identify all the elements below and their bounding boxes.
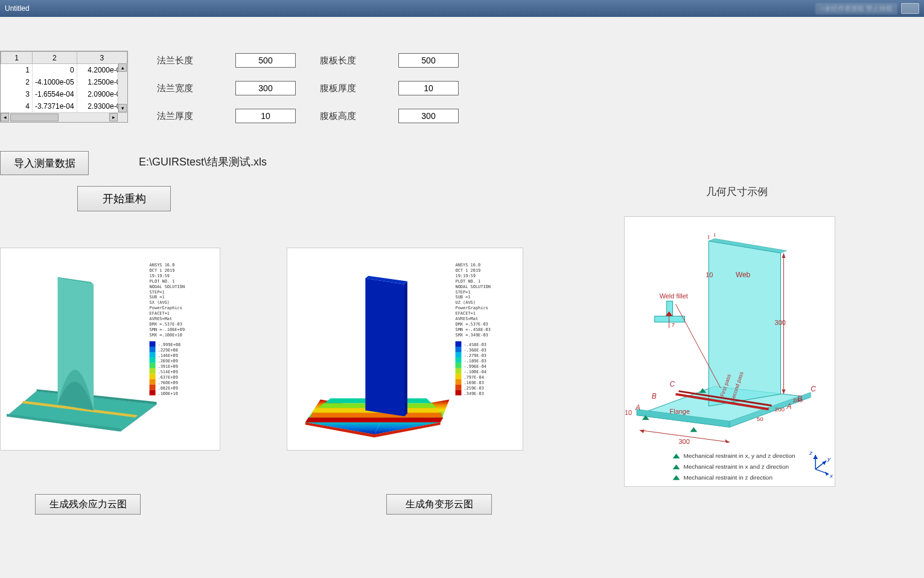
geometry-example-diagram: 7 Weld fillet 10 Web 300 10 Flange 300 [624,216,835,487]
web-thickness-label: 腹板厚度 [320,83,398,94]
svg-rect-38 [150,390,156,396]
svg-marker-42 [305,417,444,422]
titlebar: Untitled ○未经作者授权 禁止转载 [0,0,924,17]
svg-rect-77 [456,374,462,379]
start-reconstruction-button[interactable]: 开始重构 [77,186,171,211]
svg-marker-140 [813,455,818,459]
svg-marker-134 [825,472,829,476]
flange-width-input[interactable] [235,81,296,95]
svg-text:PowerGraphics: PowerGraphics [456,306,488,310]
svg-rect-81 [456,385,462,390]
svg-rect-69 [456,352,462,358]
svg-text:SMN =-.458E-03: SMN =-.458E-03 [456,327,491,332]
flange-thickness-label: 法兰厚度 [157,111,235,122]
table-header-3: 3 [77,52,127,64]
web-length-label: 腹板长度 [320,55,398,66]
scroll-down-icon[interactable]: ▾ [118,104,127,112]
svg-rect-22 [150,347,156,352]
svg-marker-131 [673,475,680,480]
svg-text:Web: Web [736,271,751,279]
svg-rect-75 [456,368,462,374]
svg-text:PowerGraphics: PowerGraphics [150,306,182,310]
flange-width-label: 法兰宽度 [157,83,235,94]
svg-text:-.189E-03: -.189E-03 [464,359,486,364]
svg-text:.514E+09: .514E+09 [158,370,178,374]
svg-text:.349E-03: .349E-03 [464,391,483,396]
svg-text:SMX =.100E+10: SMX =.100E+10 [150,333,182,338]
svg-marker-129 [673,464,680,469]
svg-rect-92 [655,316,685,322]
svg-text:AVRES=Mat: AVRES=Mat [150,316,173,321]
scroll-thumb[interactable] [10,114,59,121]
svg-text:Weld fillet: Weld fillet [660,292,688,300]
svg-rect-20 [150,341,156,347]
svg-text:C: C [811,385,816,393]
stress-contour-plot: ANSYS 16.0 OCT 1 2019 19:19:59 PLOT NO. … [0,248,220,451]
svg-marker-137 [822,461,826,465]
svg-marker-126 [690,427,697,432]
parameters-panel: 法兰长度 腹板长度 法兰宽度 腹板厚度 法兰厚度 腹板高度 [157,53,459,136]
horizontal-scrollbar[interactable]: ◂ ▸ [1,112,127,122]
svg-text:.146E+09: .146E+09 [158,353,178,358]
web-thickness-input[interactable] [398,81,459,95]
flange-thickness-input[interactable] [235,109,296,123]
svg-marker-104 [782,253,786,258]
scroll-up-icon[interactable]: ▴ [118,63,127,72]
svg-text:.882E+09: .882E+09 [158,386,178,391]
svg-text:.229E+08: .229E+08 [158,348,178,353]
svg-text:OCT 1 2019: OCT 1 2019 [456,268,481,273]
svg-text:300: 300 [678,438,689,445]
svg-text:A: A [786,402,791,411]
scroll-left-icon[interactable]: ◂ [1,113,9,121]
table-row: 4 -3.7371e-04 2.9300e-04 [1,100,127,112]
svg-text:.259E-03: .259E-03 [464,386,483,391]
web-height-input[interactable] [398,109,459,123]
svg-rect-32 [150,374,156,379]
svg-text:STEP=1: STEP=1 [456,290,471,295]
vertical-scrollbar[interactable]: ▴ ▾ [118,63,127,112]
svg-text:-.100E-04: -.100E-04 [464,370,486,374]
svg-text:-.368E-03: -.368E-03 [464,348,486,353]
web-length-input[interactable] [398,53,459,68]
svg-text:-.999E+08: -.999E+08 [158,342,181,347]
svg-text:B: B [652,392,657,400]
table-row: 3 -1.6554e-04 2.0900e-04 [1,88,127,100]
import-data-button[interactable]: 导入测量数据 [0,151,89,175]
generate-stress-contour-button[interactable]: 生成残余应力云图 [35,494,141,515]
watermark: ○未经作者授权 禁止转载 [815,3,897,14]
example-title-label: 几何尺寸示例 [706,185,768,199]
flange-length-input[interactable] [235,53,296,68]
main-content: 1 2 3 1 0 4.2000e-05 2 -4.1000e-05 1.250… [0,17,924,578]
svg-marker-127 [673,454,680,458]
svg-rect-65 [456,341,462,347]
svg-text:x: x [829,472,833,479]
svg-text:SX (AVG): SX (AVG) [150,300,170,305]
minimize-button[interactable] [901,3,919,14]
svg-text:Flange: Flange [670,408,690,415]
svg-marker-43 [310,413,442,417]
svg-text:-.458E-03: -.458E-03 [464,342,486,347]
data-table[interactable]: 1 2 3 1 0 4.2000e-05 2 -4.1000e-05 1.250… [0,51,128,123]
svg-text:10: 10 [706,271,713,278]
svg-rect-83 [456,390,462,396]
svg-text:Mechanical restraint in x, y a: Mechanical restraint in x, y and z direc… [683,452,795,459]
svg-text:UZ (AVG): UZ (AVG) [456,300,476,305]
svg-text:SUB =1: SUB =1 [456,295,471,300]
svg-rect-28 [150,363,156,368]
svg-text:SMN =-.106E+09: SMN =-.106E+09 [150,327,185,332]
generate-angular-deformation-button[interactable]: 生成角变形云图 [386,494,492,515]
svg-marker-105 [782,390,786,394]
svg-text:ANSYS 16.0: ANSYS 16.0 [456,263,481,268]
svg-rect-36 [150,385,156,390]
svg-text:STEP=1: STEP=1 [150,290,165,295]
svg-rect-30 [150,368,156,374]
svg-text:EFACET=1: EFACET=1 [456,311,476,316]
svg-rect-26 [150,358,156,363]
scroll-right-icon[interactable]: ▸ [109,113,118,121]
svg-text:10: 10 [625,409,632,416]
svg-marker-111 [725,439,730,443]
svg-rect-71 [456,358,462,363]
svg-text:.269E+09: .269E+09 [158,359,178,364]
svg-text:DMX =.537E-03: DMX =.537E-03 [150,322,182,327]
svg-text:z: z [809,449,812,456]
